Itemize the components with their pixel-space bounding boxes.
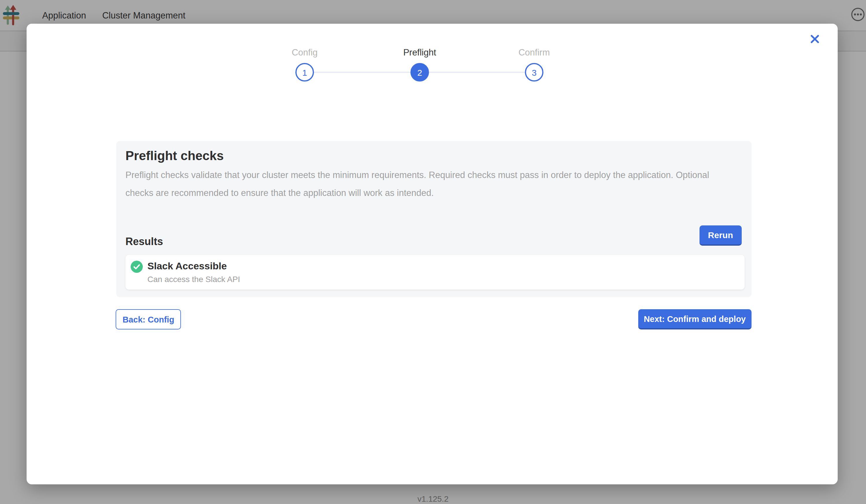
results-heading: Results (125, 236, 163, 248)
stepper-connector (314, 72, 410, 73)
step-label-preflight: Preflight (403, 47, 436, 58)
step-circle-confirm[interactable]: 3 (525, 63, 543, 81)
preflight-check-row: Slack Accessible Can access the Slack AP… (125, 255, 745, 290)
panel-title: Preflight checks (125, 148, 742, 163)
close-icon[interactable] (809, 34, 820, 46)
preflight-panel: Preflight checks Preflight checks valida… (116, 141, 752, 297)
stepper-connector (429, 72, 525, 73)
next-confirm-deploy-button[interactable]: Next: Confirm and deploy (638, 309, 752, 329)
check-name: Slack Accessible (147, 261, 240, 272)
check-text: Slack Accessible Can access the Slack AP… (147, 261, 240, 283)
step-label-confirm: Confirm (519, 47, 550, 58)
step-label-config: Config (292, 47, 318, 58)
step-circle-config[interactable]: 1 (296, 63, 314, 81)
check-description: Can access the Slack API (147, 275, 240, 283)
check-pass-icon (131, 261, 143, 273)
rerun-button[interactable]: Rerun (699, 225, 742, 246)
screen: Application Cluster Management v1.125.2 (0, 0, 866, 504)
preflight-modal: Config Preflight Confirm 1 2 3 Preflight… (26, 24, 838, 484)
step-circle-preflight[interactable]: 2 (410, 63, 429, 81)
panel-description: Preflight checks validate that your clus… (125, 167, 742, 202)
back-config-button[interactable]: Back: Config (115, 309, 181, 329)
